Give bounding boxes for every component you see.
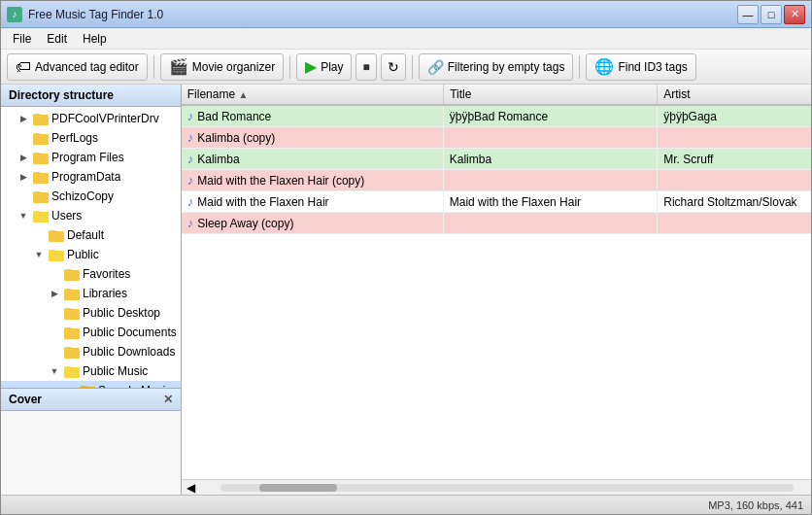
globe-icon: 🌐	[594, 57, 614, 76]
tree-item-default[interactable]: ▶ Default	[1, 225, 181, 245]
title-column-label: Title	[450, 87, 471, 101]
refresh-button[interactable]: ↻	[381, 53, 406, 81]
directory-structure-header: Directory structure	[1, 85, 181, 107]
tree-item-public[interactable]: ▼ Public	[1, 245, 181, 264]
close-button[interactable]: ✕	[784, 5, 805, 24]
tree-item-favorites[interactable]: ▶ Favorites	[1, 264, 181, 284]
tree-item-public-documents[interactable]: ▶ Public Documents	[1, 323, 181, 342]
filter-icon: 🔗	[427, 59, 444, 75]
status-bar: MP3, 160 kbps, 441	[1, 495, 811, 514]
tree-item-schizocopy[interactable]: ▶ SchizoCopy	[1, 187, 181, 206]
cell-filename: ♪Kalimba	[182, 149, 444, 169]
table-row[interactable]: ♪Bad RomanceÿþÿþBad RomanceÿþÿþGaga	[182, 105, 811, 127]
tree-label-users: Users	[51, 209, 82, 223]
find-id3-button[interactable]: 🌐 Find ID3 tags	[586, 53, 695, 81]
filtering-label: Filtering by empty tags	[448, 60, 565, 74]
tree-label-pdfcool: PDFCoolVPrinterDrv	[51, 112, 159, 125]
column-artist[interactable]: Artist	[658, 85, 811, 105]
play-label: Play	[321, 60, 343, 74]
cell-artist	[658, 170, 811, 191]
cover-close-button[interactable]: ✕	[163, 393, 173, 406]
tree-label-public-desktop: Public Desktop	[83, 306, 160, 320]
maximize-button[interactable]: □	[761, 5, 782, 24]
tree-label-schizocopy: SchizoCopy	[51, 189, 114, 203]
expand-arrow-programdata[interactable]: ▶	[17, 170, 30, 184]
cell-filename: ♪Kalimba (copy)	[182, 127, 444, 148]
tree-item-libraries[interactable]: ▶ Libraries	[1, 284, 181, 303]
file-table: Filename ▲ Title Artist ♪Bad Rom	[182, 85, 811, 234]
toolbar: 🏷 Advanced tag editor 🎬 Movie organizer …	[1, 50, 811, 85]
play-button[interactable]: ▶ Play	[296, 53, 352, 81]
movie-organizer-button[interactable]: 🎬 Movie organizer	[160, 53, 284, 81]
movie-organizer-label: Movie organizer	[192, 60, 275, 74]
directory-tree[interactable]: ▶ PDFCoolVPrinterDrv ▶ PerfLogs ▶ Progr	[1, 107, 181, 388]
filename-text: Bad Romance	[197, 110, 271, 123]
expand-arrow-libraries[interactable]: ▶	[48, 287, 61, 300]
find-id3-label: Find ID3 tags	[618, 60, 687, 74]
tree-item-sample-music[interactable]: ▶ Sample Music	[1, 381, 181, 388]
cell-title: ÿþÿþBad Romance	[444, 105, 658, 127]
table-row[interactable]: ♪Kalimba (copy)	[182, 127, 811, 149]
artist-column-label: Artist	[663, 87, 690, 101]
tree-item-program-files[interactable]: ▶ Program Files	[1, 148, 181, 167]
advanced-tag-editor-button[interactable]: 🏷 Advanced tag editor	[7, 53, 148, 81]
tree-label-public-downloads: Public Downloads	[83, 345, 175, 359]
menu-edit[interactable]: Edit	[39, 30, 75, 48]
tag-icon: 🏷	[16, 58, 31, 76]
play-icon: ▶	[305, 57, 317, 76]
tree-item-public-desktop[interactable]: ▶ Public Desktop	[1, 303, 181, 323]
minimize-button[interactable]: —	[737, 5, 759, 24]
toolbar-separator-3	[412, 55, 413, 79]
menu-bar: File Edit Help	[1, 28, 811, 50]
tree-item-programdata[interactable]: ▶ ProgramData	[1, 167, 181, 187]
toolbar-separator-1	[153, 55, 154, 79]
scroll-track[interactable]	[220, 484, 795, 492]
filtering-button[interactable]: 🔗 Filtering by empty tags	[419, 53, 574, 81]
music-note-icon: ♪	[187, 109, 194, 123]
sort-arrow-filename: ▲	[238, 89, 248, 100]
tree-item-public-downloads[interactable]: ▶ Public Downloads	[1, 342, 181, 361]
table-row[interactable]: ♪Maid with the Flaxen HairMaid with the …	[182, 191, 811, 213]
tree-item-perflogs[interactable]: ▶ PerfLogs	[1, 128, 181, 148]
music-note-icon: ♪	[187, 130, 194, 145]
tree-item-public-music[interactable]: ▼ Public Music	[1, 361, 181, 381]
table-row[interactable]: ♪Sleep Away (copy)	[182, 213, 811, 234]
file-table-container[interactable]: Filename ▲ Title Artist ♪Bad Rom	[182, 85, 811, 479]
folder-icon-public-documents	[64, 326, 80, 339]
music-note-icon: ♪	[187, 152, 194, 166]
horizontal-scrollbar[interactable]: ◀ ▶	[182, 479, 811, 495]
expand-arrow-public-music[interactable]: ▼	[48, 364, 61, 378]
expand-arrow-public[interactable]: ▼	[32, 248, 46, 261]
window-title: Free Music Tag Finder 1.0	[28, 8, 737, 21]
tree-item-pdfcool[interactable]: ▶ PDFCoolVPrinterDrv	[1, 109, 181, 128]
folder-icon-public-music	[64, 364, 80, 378]
title-bar: ♪ Free Music Tag Finder 1.0 — □ ✕	[1, 1, 811, 28]
tree-label-favorites: Favorites	[83, 267, 130, 281]
cell-artist	[658, 127, 811, 149]
cell-title	[444, 213, 658, 234]
expand-arrow-program-files[interactable]: ▶	[17, 151, 30, 164]
stop-button[interactable]: ■	[355, 53, 376, 81]
folder-icon-users	[33, 209, 49, 223]
cell-filename: ♪Sleep Away (copy)	[182, 213, 444, 233]
table-row[interactable]: ♪KalimbaKalimbaMr. Scruff	[182, 149, 811, 170]
expand-arrow-pdfcool[interactable]: ▶	[17, 112, 30, 125]
expand-arrow-users[interactable]: ▼	[17, 209, 30, 223]
tree-label-program-files: Program Files	[51, 151, 124, 164]
filename-text: Kalimba (copy)	[197, 131, 275, 145]
tree-item-users[interactable]: ▼ Users	[1, 206, 181, 225]
scroll-thumb[interactable]	[259, 484, 337, 492]
folder-icon-favorites	[64, 267, 80, 281]
cell-title	[444, 170, 658, 191]
cell-artist	[658, 213, 811, 234]
tree-label-public: Public	[67, 248, 99, 261]
column-title[interactable]: Title	[444, 85, 658, 105]
menu-file[interactable]: File	[5, 30, 39, 48]
column-filename[interactable]: Filename ▲	[182, 85, 444, 105]
cell-filename: ♪Maid with the Flaxen Hair (copy)	[182, 170, 444, 190]
toolbar-separator-2	[289, 55, 290, 79]
menu-help[interactable]: Help	[75, 30, 115, 48]
table-row[interactable]: ♪Maid with the Flaxen Hair (copy)	[182, 170, 811, 191]
cell-filename: ♪Maid with the Flaxen Hair	[182, 191, 444, 212]
scroll-left-button[interactable]: ◀	[182, 481, 201, 495]
